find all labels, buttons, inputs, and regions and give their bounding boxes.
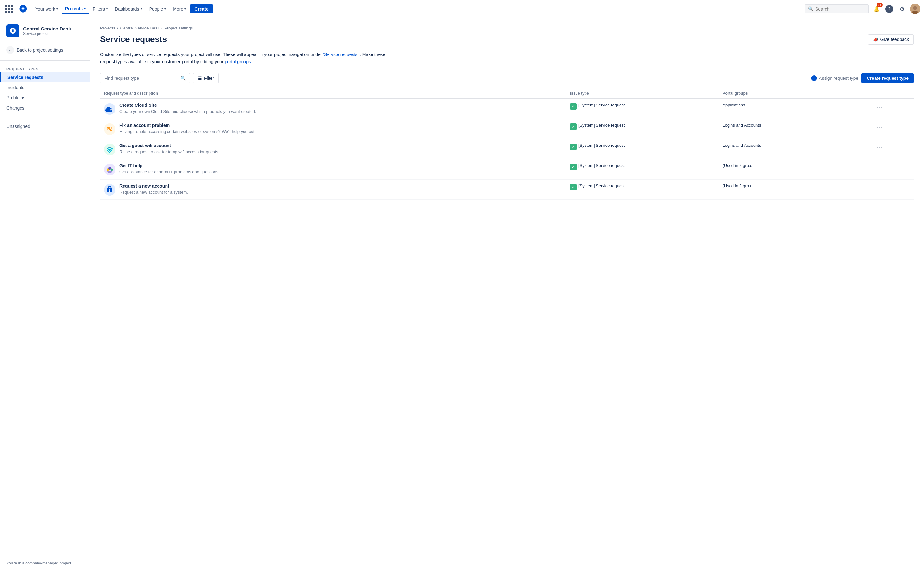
portal-groups-link[interactable]: portal groups	[225, 59, 251, 64]
col-header-portal-groups: Portal groups	[719, 89, 871, 98]
request-type-name[interactable]: Fix an account problem	[120, 123, 256, 128]
search-icon: 🔍	[180, 76, 186, 81]
find-request-type-field[interactable]: 🔍	[100, 73, 190, 83]
help-icon: ?	[885, 5, 893, 13]
settings-button[interactable]: ⚙	[897, 4, 907, 14]
svg-point-14	[109, 189, 110, 191]
back-to-project-settings[interactable]: ← Back to project settings	[0, 44, 89, 56]
sidebar-divider	[0, 60, 89, 61]
sidebar-project: Central Service Desk Service project	[0, 24, 89, 44]
help-button[interactable]: ?	[884, 4, 895, 14]
service-requests-link[interactable]: 'Service requests'	[323, 52, 359, 57]
search-icon: 🔍	[808, 6, 813, 11]
request-type-icon	[104, 164, 115, 175]
create-button[interactable]: Create	[190, 5, 213, 13]
sidebar-item-service-requests[interactable]: Service requests	[0, 72, 89, 82]
page-title: Service requests	[100, 34, 167, 44]
breadcrumb-central-service-desk[interactable]: Central Service Desk	[120, 26, 160, 31]
give-feedback-button[interactable]: 📣 Give feedback	[868, 34, 914, 45]
issue-type-badge: ✓	[570, 184, 577, 190]
issue-type-text: [System] Service request	[578, 103, 625, 107]
issue-type-badge: ✓	[570, 123, 577, 130]
row-more-button[interactable]: ···	[875, 103, 885, 112]
user-avatar[interactable]	[910, 4, 920, 14]
request-types-section-title: REQUEST TYPES	[0, 64, 89, 72]
info-icon: i	[811, 75, 817, 81]
request-type-icon	[104, 103, 115, 115]
breadcrumb-projects[interactable]: Projects	[100, 26, 115, 31]
jira-logo[interactable]	[18, 4, 28, 14]
request-type-description: Create your own Cloud Site and choose wh…	[120, 109, 256, 114]
create-request-type-button[interactable]: Create request type	[861, 73, 914, 83]
svg-point-11	[107, 171, 112, 173]
row-more-button[interactable]: ···	[875, 123, 885, 132]
request-type-name[interactable]: Request a new account	[120, 183, 188, 189]
issue-type-cell: ✓ [System] Service request	[570, 123, 715, 130]
filter-button[interactable]: ☰ Filter	[193, 73, 219, 83]
project-name: Central Service Desk	[23, 26, 71, 31]
table-row: Get a guest wifi account Raise a request…	[100, 139, 914, 159]
filter-icon: ☰	[198, 76, 202, 81]
chevron-down-icon: ▾	[141, 7, 142, 11]
row-more-button[interactable]: ···	[875, 183, 885, 193]
request-type-icon	[104, 143, 115, 155]
breadcrumb-project-settings[interactable]: Project settings	[164, 26, 193, 31]
request-types-table: Request type and description Issue type …	[100, 89, 914, 200]
main-content: Projects / Central Service Desk / Projec…	[90, 18, 924, 577]
request-type-cell: Get a guest wifi account Raise a request…	[104, 143, 562, 155]
search-input[interactable]	[815, 6, 865, 11]
table-row: Get IT help Get assistance for general I…	[100, 159, 914, 179]
issue-type-badge: ✓	[570, 164, 577, 170]
issue-type-cell: ✓ [System] Service request	[570, 183, 715, 190]
app-layout: Central Service Desk Service project ← B…	[0, 18, 924, 577]
search-box[interactable]: 🔍	[804, 5, 869, 13]
nav-your-work[interactable]: Your work ▾	[32, 5, 61, 13]
request-type-cell: Get IT help Get assistance for general I…	[104, 163, 562, 175]
topnav-right: 🔍 🔔 9+ ? ⚙	[804, 4, 920, 14]
request-type-name[interactable]: Get IT help	[120, 163, 220, 168]
back-icon: ←	[6, 46, 14, 54]
request-type-name[interactable]: Create Cloud Site	[120, 103, 256, 108]
breadcrumb: Projects / Central Service Desk / Projec…	[100, 26, 914, 31]
sidebar-item-changes[interactable]: Changes	[0, 103, 89, 113]
nav-more[interactable]: More ▾	[170, 5, 189, 13]
col-header-description: Request type and description	[100, 89, 566, 98]
gear-icon: ⚙	[900, 5, 905, 13]
svg-point-9	[107, 168, 109, 171]
chevron-down-icon: ▾	[164, 7, 166, 11]
sidebar: Central Service Desk Service project ← B…	[0, 18, 90, 577]
request-type-description: Raise a request to ask for temp wifi acc…	[120, 149, 219, 154]
notification-badge: 9+	[877, 3, 883, 7]
sidebar-item-problems[interactable]: Problems	[0, 93, 89, 103]
issue-type-text: [System] Service request	[578, 163, 625, 168]
nav-dashboards[interactable]: Dashboards ▾	[111, 5, 145, 13]
row-more-button[interactable]: ···	[875, 143, 885, 152]
portal-group-text: (Used in 2 grou...	[722, 183, 867, 188]
row-more-button[interactable]: ···	[875, 163, 885, 172]
grid-menu-icon[interactable]	[4, 4, 14, 14]
request-type-icon	[104, 184, 115, 195]
megaphone-icon: 📣	[873, 37, 879, 42]
sidebar-item-unassigned[interactable]: Unassigned	[0, 121, 89, 131]
nav-filters[interactable]: Filters ▾	[89, 5, 111, 13]
issue-type-cell: ✓ [System] Service request	[570, 163, 715, 170]
request-type-name[interactable]: Get a guest wifi account	[120, 143, 219, 148]
page-header: Service requests 📣 Give feedback	[100, 34, 914, 45]
table-row: Request a new account Request a new acco…	[100, 179, 914, 199]
request-type-cell: Create Cloud Site Create your own Cloud …	[104, 103, 562, 115]
page-description: Customize the types of service requests …	[100, 51, 389, 65]
portal-group-text: Applications	[722, 103, 867, 107]
topnav-nav: Your work ▾ Projects ▾ Filters ▾ Dashboa…	[32, 4, 803, 14]
request-type-cell: Request a new account Request a new acco…	[104, 183, 562, 195]
nav-people[interactable]: People ▾	[146, 5, 170, 13]
assign-request-type[interactable]: i Assign request type	[811, 75, 858, 81]
sidebar-item-incidents[interactable]: Incidents	[0, 82, 89, 93]
svg-point-6	[110, 152, 110, 153]
issue-type-badge: ✓	[570, 143, 577, 150]
request-type-description: Request a new account for a system.	[120, 190, 188, 195]
notifications-button[interactable]: 🔔 9+	[871, 4, 882, 14]
issue-type-cell: ✓ [System] Service request	[570, 103, 715, 110]
portal-group-text: Logins and Accounts	[722, 143, 867, 148]
nav-projects[interactable]: Projects ▾	[62, 4, 89, 14]
find-request-type-input[interactable]	[104, 76, 178, 81]
